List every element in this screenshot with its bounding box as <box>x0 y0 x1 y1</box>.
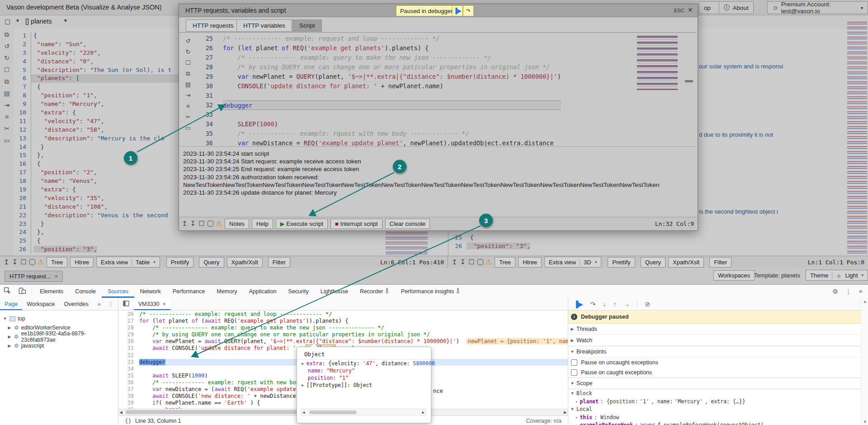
source-line[interactable]: 28 /* -------------- example: query to m… <box>118 325 568 331</box>
section-threads[interactable]: ▶Threads <box>568 324 868 335</box>
tab-workspace[interactable]: Workspace <box>22 298 59 310</box>
tree-button[interactable]: Tree <box>495 257 515 267</box>
trash-icon[interactable]: ▭ <box>183 123 193 134</box>
scope-row[interactable]: ▸ planet: {position: '1', name: 'Mercury… <box>568 397 868 405</box>
toggle-navigator-icon[interactable] <box>118 301 134 308</box>
clear-console-button[interactable]: Clear console <box>385 219 430 229</box>
scroll-down-icon[interactable]: ▼ <box>863 420 867 424</box>
step-icon[interactable]: → <box>623 301 630 308</box>
trash-icon[interactable]: ▭ <box>0 134 14 146</box>
breadcrumb-node[interactable]: [] planets <box>25 18 52 25</box>
about-button[interactable]: ⓘAbout <box>719 1 754 14</box>
script-line[interactable]: 25/* ------------- example: request and … <box>195 34 561 43</box>
prettify-button[interactable]: Prettify <box>608 257 635 267</box>
theme-group[interactable]: Theme☼Light▾ <box>806 270 868 281</box>
scrollbar-thumb[interactable] <box>309 411 357 414</box>
scope-row[interactable]: ▸ this: Window <box>568 413 868 421</box>
tab-elements[interactable]: Elements <box>34 285 69 298</box>
close-icon[interactable]: × <box>859 288 863 295</box>
download-icon[interactable]: ↧ <box>190 220 196 228</box>
tab-application[interactable]: Application <box>243 285 282 298</box>
script-line[interactable]: 31 <box>195 91 561 100</box>
extra-view-group[interactable]: Extra view3D▾ <box>544 257 601 267</box>
checkbox[interactable] <box>571 359 577 366</box>
deactivate-breakpoints-icon[interactable]: ⊘ <box>645 301 650 308</box>
warning-icon[interactable]: ⚠ <box>38 258 44 266</box>
right-editor-minimap[interactable] <box>847 22 867 253</box>
clipboard-icon[interactable]: ▤ <box>0 87 14 99</box>
file-tab-vm3330[interactable]: VM3330 × <box>134 298 170 310</box>
source-line[interactable]: 27for (let planet of (await REQ('example… <box>118 318 568 325</box>
scrollbar-thumb[interactable] <box>126 410 297 414</box>
download-icon[interactable]: ↧ <box>460 258 466 266</box>
script-line[interactable]: 26for (let planet of REQ('example get pl… <box>195 43 561 53</box>
request-tab[interactable]: HTTP request...× <box>5 271 63 282</box>
section-breakpoints[interactable]: ▼Breakpoints <box>568 346 868 358</box>
tab-network[interactable]: Network <box>134 285 167 298</box>
tab-http-variables[interactable]: HTTP variables <box>236 19 292 32</box>
tab-lighthouse[interactable]: Lighthouse <box>315 285 354 298</box>
script-line[interactable]: 29 var newPlanet = QUERY(planet, '$~>|**… <box>195 72 561 81</box>
scope-block-header[interactable]: ▼Block <box>568 389 868 397</box>
chevron-down-icon[interactable]: ▼ <box>15 18 20 23</box>
selection-icon[interactable]: ☐ <box>0 64 14 76</box>
kebab-menu-icon[interactable]: ⋮ <box>845 288 852 295</box>
step-out-icon[interactable]: ↑ <box>613 301 616 308</box>
checkbox-icon[interactable]: ☐ <box>198 220 204 228</box>
help-button[interactable]: Help <box>252 219 273 229</box>
wrap-icon[interactable]: ≡ <box>0 111 14 123</box>
tree-item-top[interactable]: ▼ top <box>0 314 118 323</box>
redo-icon[interactable]: ↻ <box>0 52 14 64</box>
workspaces-button[interactable]: Workspaces <box>713 270 755 281</box>
chevron-down-icon[interactable]: ▼ <box>63 18 68 23</box>
braces-icon[interactable]: {} <box>125 417 132 424</box>
json-line[interactable]: 26 "position": "3", <box>451 242 641 251</box>
document-icon[interactable]: ▢ <box>5 18 10 25</box>
query-button[interactable]: Query <box>641 257 665 267</box>
popup-row[interactable]: ▶ [[Prototype]]: Object <box>297 382 431 389</box>
script-line[interactable]: 28 /* by using QUERY one can change one … <box>195 62 561 72</box>
wrap-icon[interactable]: ≡ <box>183 101 193 112</box>
warning-icon[interactable]: ⚠ <box>486 258 492 266</box>
script-line[interactable]: 35 /* ------------- example: rquest with… <box>195 129 561 138</box>
redo-icon[interactable]: ↻ <box>183 47 193 57</box>
more-tabs-icon[interactable]: » <box>93 298 105 310</box>
indent-icon[interactable]: ⇥ <box>0 99 14 111</box>
tree-item-worker[interactable]: ▶ ⚙ ee1b198f-93f2-4a5a-8879-23c6fab973ae <box>0 332 118 341</box>
tab-performance[interactable]: Performance <box>167 285 211 298</box>
step-over-icon[interactable]: ↷ <box>590 301 596 308</box>
script-line[interactable]: 27 /* ------------- example: query to ma… <box>195 53 561 62</box>
tab-console[interactable]: Console <box>69 285 102 298</box>
undo-icon[interactable]: ↺ <box>183 36 193 47</box>
filter-button[interactable]: Filter <box>268 257 290 267</box>
popup-row[interactable]: position: "1" <box>297 374 431 382</box>
json-line[interactable]: 26 "position": "3", <box>14 245 441 254</box>
tab-page[interactable]: Page <box>0 298 22 310</box>
tree-button[interactable]: Tree <box>47 257 67 267</box>
tab-performance-insights[interactable]: Performance insights <box>395 285 466 298</box>
section-watch[interactable]: ▶Watch <box>568 335 868 346</box>
scroll-right-icon[interactable]: ▶ <box>564 410 567 415</box>
theme-mode-select[interactable]: Light <box>845 272 858 279</box>
clipboard-icon[interactable]: ▤ <box>183 79 193 90</box>
device-toolbar-icon[interactable] <box>15 287 30 296</box>
script-line[interactable]: 30 CONSOLE('update distance for planet: … <box>195 81 561 91</box>
account-button[interactable]: ☺Premium Account: test@vason.io▾ <box>767 1 868 14</box>
extra-view-group[interactable]: Extra viewTable▾ <box>96 257 160 267</box>
indent-icon[interactable]: ⇥ <box>183 90 193 101</box>
upload-icon[interactable]: ↥ <box>4 258 9 266</box>
htree-button[interactable]: Htree <box>70 257 94 267</box>
download-icon[interactable]: ↧ <box>12 258 18 266</box>
copy-icon[interactable]: ⧉ <box>0 76 14 87</box>
json-line[interactable]: 25 { <box>451 234 641 242</box>
popup-row[interactable]: name: "Mercury" <box>297 367 431 374</box>
scroll-up-icon[interactable]: ▲ <box>863 299 867 304</box>
step-over-icon[interactable]: ↷ <box>463 5 474 16</box>
script-line[interactable]: 33 <box>195 110 561 119</box>
view-mode-select[interactable]: 3D <box>584 259 591 266</box>
database-icon[interactable] <box>208 220 213 227</box>
source-line[interactable]: 26/* ------------- example: request and … <box>118 311 568 318</box>
right-json-editor[interactable]: 25 {26 "position": "3", <box>451 234 641 251</box>
popup-horizontal-scrollbar[interactable]: ◀ ▶ <box>301 409 426 415</box>
pages-icon[interactable]: ⧉ <box>0 29 14 40</box>
